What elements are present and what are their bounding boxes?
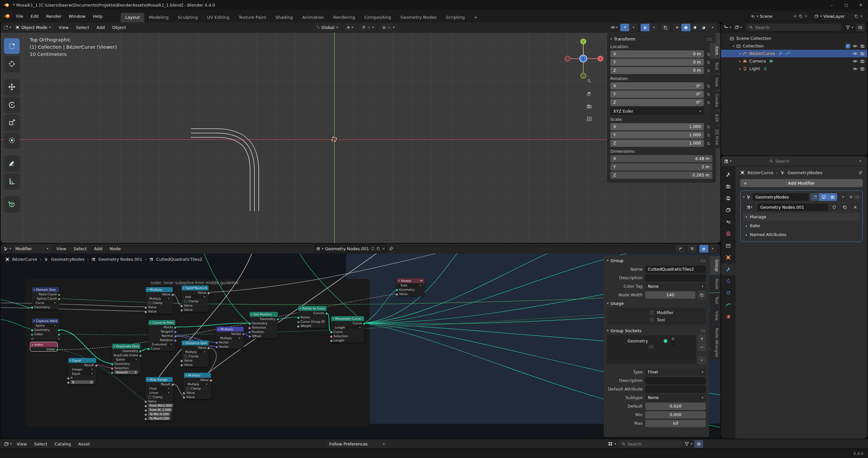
node-width-field[interactable]: 140 [645, 291, 695, 299]
node-value-field[interactable]: B0 [70, 380, 94, 384]
properties-tab-scene[interactable] [721, 216, 736, 228]
node-index[interactable]: ▾IndexIndex [30, 342, 57, 351]
pin-icon[interactable] [793, 14, 797, 18]
menu-render[interactable]: Render [42, 12, 65, 20]
outliner[interactable]: ▾ ▾ Search ▾ Scene Collection▾Collection… [721, 22, 867, 155]
properties-tab-world[interactable] [721, 228, 736, 240]
default-value-field[interactable]: 0.020 [645, 403, 706, 410]
funnel-filter-icon[interactable] [684, 441, 689, 446]
usage-modifier-checkbox[interactable] [649, 310, 654, 315]
add-modifier-button[interactable]: +Add Modifier [740, 179, 863, 187]
properties-tab-output[interactable] [721, 192, 736, 204]
filter-viewlayer-icon[interactable] [735, 25, 739, 30]
show-editmode-button[interactable] [810, 193, 819, 201]
node-enum-dropdown[interactable]: Linear▾ [148, 391, 170, 394]
viewlayer-selector[interactable]: ▾ ViewLayer ✕ [813, 11, 865, 21]
collapse-icon[interactable]: ▾ [610, 37, 612, 40]
node-enum-dropdown[interactable]: Auto▾ [399, 284, 422, 287]
node-value-field[interactable]: From Min1.000 [148, 404, 173, 407]
socket[interactable] [215, 346, 218, 349]
hide-eye-icon[interactable] [853, 59, 858, 64]
cursor-tool-button[interactable] [4, 56, 20, 72]
node-menu-add[interactable]: Add [91, 245, 106, 253]
node-menu-view[interactable]: View [53, 245, 70, 253]
node-equal[interactable]: ▾EqualResultInteger▾Equal▾AB0 [68, 358, 96, 384]
unlink-node-group-button[interactable]: ✕ [851, 203, 860, 211]
usage-tool-checkbox[interactable] [649, 318, 654, 322]
node-duplicate-elements[interactable]: ▾Duplicate ElementsGeometryDuplicate Ind… [112, 344, 141, 374]
properties-options-dropdown[interactable]: ▾ [856, 157, 865, 165]
node-sidebar-tab-tool[interactable]: Tool [710, 293, 720, 307]
viewport-menu-select[interactable]: Select [72, 24, 93, 31]
node-tree-selector[interactable]: ▾ Geometry Nodes.001 ✕ [314, 244, 387, 253]
node-resample-curve[interactable]: ▾Resample Curve in Tile…CurveLength▾Curv… [331, 316, 364, 342]
show-overlays-button[interactable]: ◍ [641, 24, 650, 31]
transform-tool-button[interactable] [4, 132, 20, 148]
workspace-tab-shading[interactable]: Shading [271, 13, 298, 22]
disclosure-icon[interactable]: ▸ [738, 67, 743, 70]
gizmo-dropdown[interactable]: ▾ [629, 24, 638, 31]
node-sidebar-tab-node-wrangler[interactable]: Node Wrangler [710, 325, 720, 361]
transform-field-location-x[interactable]: X0 m [610, 51, 704, 58]
node-distance-spline[interactable]: ▾Distance SplineValueMultiply▾ClampValue… [182, 340, 209, 367]
disclosure-icon[interactable]: ▾ [731, 44, 736, 48]
navigation-gizmo[interactable]: Y X Z [561, 34, 607, 130]
node-value-field[interactable]: From M..2.000 [148, 408, 172, 412]
node-snap-button[interactable] [688, 245, 696, 253]
node-enum-dropdown[interactable]: Add▾ [184, 295, 206, 299]
properties-tab-object[interactable] [721, 252, 736, 263]
editor-type-icon[interactable] [3, 25, 8, 30]
socket[interactable] [31, 306, 34, 309]
node-group-name-field[interactable]: Geometry Nodes.001 [757, 203, 828, 211]
node-tree-type-dropdown[interactable]: Modifier▾ [12, 245, 52, 253]
overlays-dropdown[interactable]: ▾ [650, 24, 658, 31]
collapse-icon[interactable]: ▾ [607, 302, 609, 305]
node-map-range[interactable]: ▾Map RangeResultFloat▾Linear▾ClampValueF… [146, 377, 173, 421]
annotate-tool-button[interactable] [4, 155, 20, 171]
node-set-position[interactable]: ▾Set PositionGeometryGeometrySelectionPo… [249, 312, 278, 338]
outliner-search[interactable]: Search [746, 24, 842, 31]
editor-type-icon[interactable] [3, 246, 8, 251]
remove-icon[interactable]: ✕ [860, 14, 863, 19]
show-gizmo-button[interactable]: ↗ [620, 24, 629, 31]
node-checkbox[interactable] [186, 387, 189, 390]
node-domain-size[interactable]: ▾Domain SizePoint CountSpline CountCurve… [32, 287, 59, 309]
socket[interactable] [31, 329, 34, 332]
properties-tab-data[interactable] [721, 299, 736, 311]
funnel-filter-icon[interactable] [845, 25, 850, 30]
node-enum-dropdown[interactable]: Length▾ [334, 326, 362, 329]
outliner-row-light[interactable]: ▸Light [721, 65, 867, 72]
socket-geometry-label[interactable]: Geometry [627, 338, 648, 344]
workspace-tab-geometry-nodes[interactable]: Geometry Nodes [396, 13, 441, 22]
drag-dots-icon[interactable] [707, 37, 712, 40]
render-camera-icon[interactable] [860, 66, 865, 71]
node-checkbox[interactable] [184, 355, 187, 358]
drag-dots-icon[interactable] [701, 259, 706, 262]
fake-user-shield-icon[interactable] [371, 247, 375, 251]
socket[interactable] [330, 331, 333, 334]
node-enum-dropdown[interactable]: Evaluated▾ [151, 342, 173, 346]
pin-icon[interactable] [389, 246, 394, 251]
node-group-browse-dropdown[interactable]: ▾ [743, 203, 756, 211]
node-overlays-dropdown[interactable]: ▾ [708, 245, 717, 253]
node-curve-to-points[interactable]: ▾Curve to PointsPointsTangentNormalRotat… [148, 320, 175, 351]
node-multiply-1[interactable]: ▾MultiplyValueMultiply▾ClampValueValue [146, 287, 173, 314]
go-parent-tree-button[interactable] [676, 245, 685, 253]
node-multiply-3[interactable]: ▾MultiplyValueMultiply▾ClampValueValue [184, 373, 211, 399]
outliner-row-béziercurve[interactable]: ▸BézierCurve [721, 50, 867, 57]
menu-file[interactable]: File [12, 12, 27, 20]
node-enum-dropdown[interactable]: Multiply▾ [184, 350, 206, 354]
menu-window[interactable]: Window [65, 12, 89, 20]
pivot-dropdown[interactable]: ◔▾ [343, 24, 356, 31]
node-checkbox[interactable] [148, 301, 151, 304]
drag-dots-icon[interactable] [855, 196, 860, 199]
transform-field-scale-x[interactable]: X1.000 [610, 123, 704, 130]
properties-tab-physics[interactable] [721, 287, 736, 299]
properties-search[interactable]: Search [766, 157, 835, 165]
node-overlays-button[interactable]: ◍ [699, 245, 708, 253]
outliner-row-scene-collection[interactable]: Scene Collection [721, 35, 867, 42]
sidebar-tab-edit[interactable]: Edit [710, 111, 720, 125]
node-sidebar-tab-view[interactable]: View [710, 308, 720, 324]
node-enum-dropdown[interactable]: Equal▾ [70, 372, 94, 375]
sidebar-tab-create[interactable]: Create [710, 91, 720, 110]
